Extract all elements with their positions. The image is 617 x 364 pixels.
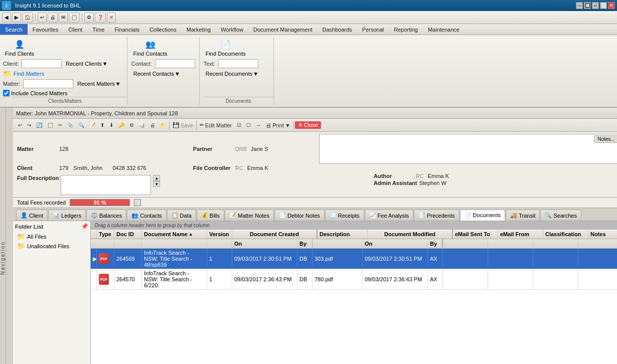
tab-data[interactable]: 📋Data	[167, 210, 196, 221]
notes-button[interactable]: Notes...	[594, 135, 617, 143]
folder-all-files[interactable]: 📁 All Files	[15, 232, 88, 241]
tab-client[interactable]: 👤Client	[16, 210, 48, 221]
menu-collections[interactable]: Collections	[144, 24, 182, 35]
menu-search[interactable]: Search	[0, 24, 28, 35]
table-row[interactable]: ▶ PDF 264569 InfoTrack Search - NSW: Tit…	[91, 249, 617, 269]
matter-search-input[interactable]	[23, 79, 73, 88]
folder-unallocated[interactable]: 📁 Unallocated Files	[15, 241, 88, 251]
menu-personal[interactable]: Personal	[357, 24, 389, 35]
recent-clients-button[interactable]: Recent Clients ▼	[64, 60, 109, 68]
action-btn-14[interactable]: 🖨	[148, 122, 157, 128]
menu-document-management[interactable]: Document Management	[248, 24, 317, 35]
menu-financials[interactable]: Financials	[109, 24, 144, 35]
gh-docid[interactable]: Doc ID	[114, 230, 142, 239]
find-contacts-button[interactable]: 👥 Find Contacts	[131, 37, 170, 58]
edit-matter-button[interactable]: ✏ Edit Matter	[198, 121, 234, 129]
action-btn-check2[interactable]: ☐	[244, 122, 253, 128]
close-button[interactable]: ✕ Close	[295, 121, 321, 129]
menu-maintenance[interactable]: Maintenance	[423, 24, 465, 35]
gh-doc-created[interactable]: Document Created	[232, 230, 318, 239]
tab-ledgers[interactable]: 📊Ledgers	[48, 210, 86, 221]
action-btn-13[interactable]: 📊	[137, 122, 147, 128]
action-btn-arrow[interactable]: ↔	[254, 122, 263, 128]
refresh-button[interactable]: 🔄	[34, 122, 44, 128]
toolbar-btn-5[interactable]: ↩	[38, 13, 47, 23]
row1-expand[interactable]: ▶	[91, 249, 97, 269]
action-btn-4[interactable]: 📋	[45, 122, 55, 128]
tab-precedents[interactable]: 📑Precedents	[414, 210, 459, 221]
gh-description[interactable]: Description	[318, 230, 368, 239]
action-btn-15[interactable]: 📁	[158, 122, 168, 128]
toolbar-home-button[interactable]: 🏠	[22, 13, 33, 23]
toolbar-btn-3[interactable]: ↩	[592, 2, 599, 9]
contact-search-input[interactable]	[155, 59, 195, 68]
action-btn-10[interactable]: ⬇	[107, 122, 115, 128]
menu-dashboards[interactable]: Dashboards	[317, 24, 357, 35]
toolbar-back-button[interactable]: ◀	[2, 13, 11, 23]
scroll-down-button[interactable]: ▼	[153, 181, 160, 187]
gh-email-from[interactable]: eMail From	[498, 230, 543, 239]
toolbar-btn-6[interactable]: 🖨	[48, 13, 58, 23]
tab-debtor-notes[interactable]: 📄Debtor Notes	[274, 210, 325, 221]
tab-matter-notes[interactable]: 📝Matter Notes	[225, 210, 274, 221]
action-btn-5[interactable]: ✂	[56, 122, 64, 128]
scroll-up-button[interactable]: ▲	[153, 175, 160, 181]
tab-receipts[interactable]: 🧾Receipts	[325, 210, 364, 221]
toolbar-forward-button[interactable]: ▶	[12, 13, 21, 23]
menu-client[interactable]: Client	[63, 24, 87, 35]
menu-reporting[interactable]: Reporting	[389, 24, 423, 35]
tab-documents[interactable]: 📄Documents	[460, 210, 506, 221]
table-row[interactable]: PDF 264570 InfoTrack Search - NSW: Title…	[91, 269, 617, 290]
toolbar-btn-11[interactable]: ✕	[107, 13, 116, 23]
navigation-panel[interactable]: Navigation	[0, 108, 6, 364]
gh-email-to[interactable]: eMail Sent To	[453, 230, 498, 239]
toolbar-btn-2[interactable]: 🔲	[584, 2, 591, 9]
toolbar-btn-9[interactable]: ⚙	[84, 13, 94, 23]
toolbar-btn-10[interactable]: ❓	[95, 13, 106, 23]
action-btn-check1[interactable]: ☑	[235, 122, 243, 128]
tab-searches[interactable]: 🔍Searches	[540, 210, 581, 221]
menu-workflow[interactable]: Workflow	[216, 24, 248, 35]
find-clients-button[interactable]: 👤 Find Clients	[3, 37, 36, 58]
tab-contacts[interactable]: 👥Contacts	[127, 210, 166, 221]
menu-time[interactable]: Time	[87, 24, 109, 35]
document-text-input[interactable]	[218, 59, 258, 68]
save-button[interactable]: 💾 Save	[171, 121, 195, 129]
full-desc-box[interactable]	[61, 175, 151, 195]
action-btn-6[interactable]: 📎	[65, 122, 75, 128]
tab-bills[interactable]: 💰Bills	[197, 210, 224, 221]
include-closed-checkbox[interactable]	[3, 90, 10, 96]
find-documents-button[interactable]: 📄 Find Documents	[204, 37, 248, 58]
close-window-button[interactable]: ✕	[608, 2, 615, 9]
toolbar-btn-7[interactable]: ✉	[59, 13, 68, 23]
action-btn-9[interactable]: ⬆	[98, 122, 106, 128]
toolbar-btn-4[interactable]: ⬜	[600, 2, 607, 9]
action-btn-12[interactable]: ⚙	[127, 122, 136, 128]
action-btn-11[interactable]: 🔑	[116, 122, 126, 128]
print-button[interactable]: 🖨 Print ▼	[264, 122, 292, 129]
tab-fee-analysis[interactable]: 📈Fee Analysis	[365, 210, 413, 221]
client-search-input[interactable]	[22, 59, 62, 68]
menu-marketing[interactable]: Marketing	[182, 24, 216, 35]
recent-matters-button[interactable]: Recent Matters ▼	[75, 80, 122, 88]
sh-by2: By	[428, 239, 443, 248]
toolbar-btn-1[interactable]: —	[576, 2, 583, 9]
recent-documents-button[interactable]: Recent Documents ▼	[204, 70, 260, 78]
undo-button[interactable]: ↩	[16, 122, 24, 128]
action-btn-7[interactable]: 🔍	[76, 122, 86, 128]
gh-doc-modified[interactable]: Document Modified	[368, 230, 453, 239]
gh-notes[interactable]: Notes	[588, 230, 617, 239]
gh-type[interactable]: Type	[97, 230, 114, 239]
row2-expand[interactable]	[91, 269, 97, 289]
menu-favourites[interactable]: Favourites	[28, 24, 63, 35]
find-matters-label[interactable]: Find Matters	[14, 71, 44, 77]
gh-docname[interactable]: Document Name ▲	[142, 230, 207, 239]
action-btn-8[interactable]: 📝	[87, 122, 97, 128]
recent-contacts-button[interactable]: Recent Contacts ▼	[131, 70, 182, 78]
redo-button[interactable]: ↪	[25, 122, 33, 128]
toolbar-btn-8[interactable]: 📋	[69, 13, 80, 23]
gh-version[interactable]: Version	[207, 230, 232, 239]
tab-transit[interactable]: 🚚Transit	[506, 210, 540, 221]
tab-balances[interactable]: ⚖️Balances	[86, 210, 126, 221]
gh-classification[interactable]: Classification	[543, 230, 588, 239]
